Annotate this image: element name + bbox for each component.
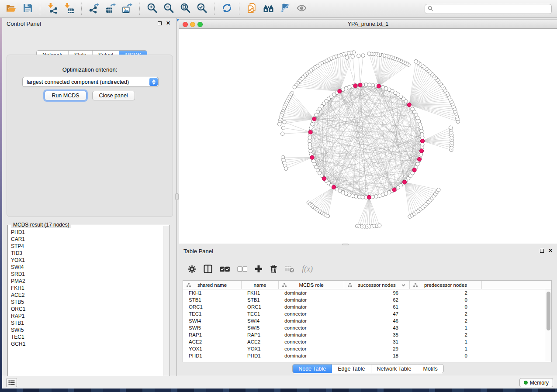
mcds-result-item[interactable]: CAR1 — [11, 236, 163, 243]
mcds-result-item[interactable]: ACE2 — [11, 292, 163, 299]
toggle-panel-columns-button[interactable] — [204, 265, 212, 273]
optimization-criterion-select[interactable]: largest connected component (undirected) — [22, 77, 159, 87]
zoom-selected-icon — [197, 3, 208, 15]
cell: PHD1 — [242, 352, 279, 359]
show-graphics-details-button[interactable] — [293, 1, 310, 16]
cell: 2 — [410, 289, 482, 296]
tab-network-table[interactable]: Network Table — [371, 364, 418, 373]
import-table-button[interactable] — [61, 1, 77, 16]
float-panel-icon[interactable] — [540, 249, 544, 253]
splitter-grip[interactable] — [175, 193, 179, 200]
mcds-result-item[interactable]: TID3 — [11, 250, 163, 257]
mcds-result-scrollbar[interactable] — [163, 226, 169, 382]
table-row[interactable]: FKH1FKH1dominator962 — [183, 289, 551, 296]
tab-node-table[interactable]: Node Table — [293, 364, 332, 373]
table-row[interactable]: ORC1ORC1dominator610 — [183, 303, 551, 310]
add-column-button[interactable] — [255, 265, 263, 273]
mcds-node — [322, 177, 326, 181]
mcds-node — [353, 84, 357, 88]
network-window-titlebar[interactable]: YPA_prune.txt_1 — [179, 19, 557, 29]
global-search-field[interactable] — [425, 4, 552, 14]
table-row[interactable]: SWI4SWI4dominator462 — [183, 317, 551, 324]
cell: dominator — [279, 317, 344, 324]
cell: STB1 — [242, 296, 279, 303]
mcds-result-item[interactable]: GCR1 — [11, 340, 163, 347]
deselect-all-rows-button[interactable] — [237, 266, 247, 272]
column-header-predecessor-nodes[interactable]: predecessor nodes — [410, 281, 482, 289]
cell: dominator — [279, 331, 344, 338]
table-row[interactable]: RAP1RAP1dominator352 — [183, 331, 551, 338]
network-canvas[interactable] — [179, 29, 557, 244]
open-session-button[interactable] — [3, 1, 19, 16]
export-network-button[interactable] — [86, 1, 102, 16]
mcds-result-item[interactable]: SWI5 — [11, 327, 163, 334]
table-panel-titlebar: Table Panel ✕ — [179, 245, 557, 257]
column-header-MCDS-role[interactable]: MCDS role — [279, 281, 344, 289]
close-panel-icon[interactable]: ✕ — [548, 248, 553, 253]
table-settings-button[interactable] — [188, 265, 196, 273]
control-panel: Control Panel ✕ NetworkStyleSelectMCDS O… — [2, 18, 175, 376]
run-mcds-button[interactable]: Run MCDS — [45, 91, 86, 100]
eye-icon — [296, 3, 307, 15]
zoom-out-button[interactable] — [160, 1, 177, 16]
memory-button[interactable]: Memory — [519, 378, 553, 387]
vertical-splitter[interactable] — [175, 18, 179, 376]
zoom-in-button[interactable] — [144, 1, 160, 16]
zoom-fit-button[interactable] — [177, 1, 194, 16]
close-panel-icon[interactable]: ✕ — [166, 21, 170, 26]
export-image-button[interactable] — [119, 1, 135, 16]
mcds-result-item[interactable]: PHD1 — [11, 229, 163, 236]
float-panel-icon[interactable] — [158, 21, 162, 25]
function-builder-button[interactable]: f(x) — [302, 265, 313, 274]
column-header-name[interactable]: name — [242, 281, 279, 289]
mcds-result-item[interactable]: FKH1 — [11, 285, 163, 292]
network-graph[interactable] — [179, 29, 557, 244]
mcds-result-item[interactable]: STB5 — [11, 299, 163, 306]
table-scrollbar-thumb[interactable] — [547, 292, 550, 330]
zoom-selected-button[interactable] — [194, 1, 210, 16]
mcds-result-item[interactable]: STB1 — [11, 320, 163, 327]
mcds-result-item[interactable]: SRD1 — [11, 271, 163, 278]
delete-table-icon — [285, 265, 294, 273]
cell: ACE2 — [183, 338, 242, 345]
close-panel-button[interactable]: Close panel — [92, 91, 135, 100]
mcds-result-item[interactable]: ORC1 — [11, 306, 163, 313]
table-row[interactable]: SWI5SWI5connector431 — [183, 324, 551, 331]
delete-table-button[interactable] — [285, 265, 294, 273]
cell: 0 — [410, 303, 482, 310]
log-console-button[interactable] — [6, 378, 17, 387]
table-row[interactable]: TEC1TEC1connector472 — [183, 310, 551, 317]
delete-column-button[interactable] — [270, 265, 277, 273]
select-all-rows-button[interactable] — [220, 266, 230, 272]
clone-network-button[interactable] — [243, 1, 260, 16]
mcds-result-item[interactable]: PMA2 — [11, 278, 163, 285]
cell: TEC1 — [183, 310, 242, 317]
column-header-shared-name[interactable]: shared name — [183, 281, 242, 289]
search-network-button[interactable] — [260, 1, 277, 16]
tab-motifs[interactable]: Motifs — [417, 364, 443, 373]
table-scrollbar[interactable] — [545, 289, 551, 362]
import-network-button[interactable] — [44, 1, 61, 16]
search-input[interactable] — [435, 6, 549, 12]
cell: dominator — [279, 289, 344, 296]
table-row[interactable]: STB1STB1dominator620 — [183, 296, 551, 303]
mcds-result-item[interactable]: SWI4 — [11, 264, 163, 271]
column-header-successor-nodes[interactable]: successor nodes — [344, 281, 410, 289]
zoom-fit-icon — [180, 3, 191, 15]
mcds-result-item[interactable]: TEC1 — [11, 334, 163, 340]
mcds-result-item[interactable]: RAP1 — [11, 313, 163, 320]
tab-edge-table[interactable]: Edge Table — [332, 364, 371, 373]
mcds-result-item[interactable]: YOX1 — [11, 257, 163, 264]
mcds-node — [358, 83, 362, 87]
table-row[interactable]: YOX1YOX1connector291 — [183, 345, 551, 352]
cell: 2 — [410, 331, 482, 338]
hide-annotations-button[interactable] — [277, 1, 293, 16]
table-row[interactable]: PHD1PHD1dominator180 — [183, 352, 551, 359]
open-folder-icon — [6, 3, 17, 15]
export-table-button[interactable] — [102, 1, 119, 16]
mcds-result-item[interactable]: STP4 — [11, 243, 163, 250]
table-row[interactable]: ACE2ACE2connector311 — [183, 338, 551, 345]
table-panel-tabs: Node TableEdge TableNetwork TableMotifs — [292, 364, 444, 373]
save-session-button[interactable] — [19, 1, 36, 16]
apply-layout-button[interactable] — [218, 1, 235, 16]
